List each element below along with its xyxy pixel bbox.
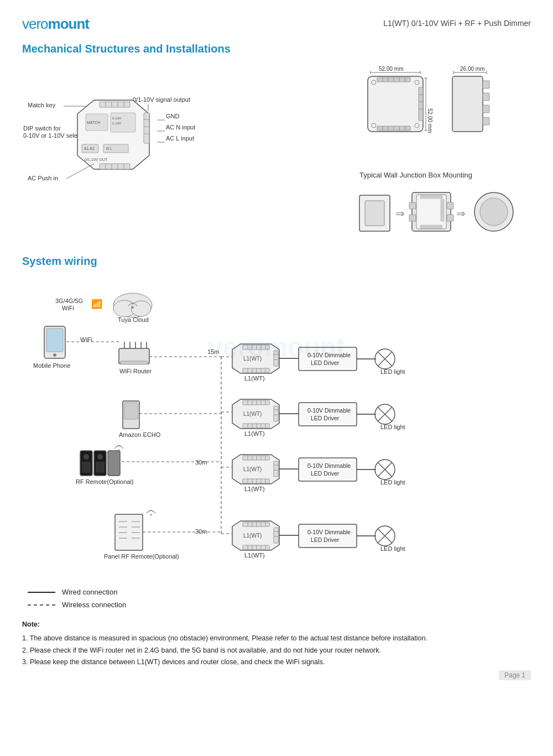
svg-text:Mobile Phone: Mobile Phone xyxy=(33,362,70,369)
svg-text:0/1-10V OUT: 0/1-10V OUT xyxy=(85,158,108,161)
svg-rect-74 xyxy=(483,81,489,88)
svg-rect-73 xyxy=(452,76,483,132)
svg-text:LED Driver: LED Driver xyxy=(311,536,340,543)
svg-text:LED light: LED light xyxy=(380,368,405,375)
svg-rect-76 xyxy=(483,105,489,113)
svg-rect-163 xyxy=(274,351,278,366)
svg-point-92 xyxy=(480,198,508,226)
svg-text:Panel RF Remote(Optional): Panel RF Remote(Optional) xyxy=(104,553,179,560)
svg-text:📶: 📶 xyxy=(91,299,102,309)
note-3: 3. Please keep the distance between L1(W… xyxy=(22,656,531,668)
svg-rect-85 xyxy=(441,199,444,221)
svg-text:L1(WT): L1(WT) xyxy=(243,533,262,539)
wireless-line-icon xyxy=(28,604,55,606)
svg-rect-86 xyxy=(409,202,416,209)
svg-text:L1(WT): L1(WT) xyxy=(244,486,265,492)
wireless-legend: Wireless connection xyxy=(28,601,531,609)
svg-rect-52 xyxy=(368,76,423,132)
dimension-svg: 52.00 mm 26.00 mm 52.00 mm xyxy=(354,64,525,175)
logo-mount: mount xyxy=(48,15,89,32)
svg-point-136 xyxy=(150,514,152,516)
svg-rect-87 xyxy=(447,202,453,209)
header: veromount L1(WT) 0/1-10V WiFi + RF + Pus… xyxy=(22,15,531,33)
svg-text:LED Driver: LED Driver xyxy=(311,470,340,477)
svg-text:30m: 30m xyxy=(195,528,207,535)
svg-rect-116 xyxy=(124,403,138,419)
svg-text:WiFi: WiFi xyxy=(62,305,74,311)
mechanical-section: Match key DIP switch for 0-10V or 1-10V … xyxy=(22,64,531,238)
svg-rect-214 xyxy=(274,528,278,543)
svg-rect-232 xyxy=(299,458,357,481)
svg-point-125 xyxy=(118,450,120,451)
svg-text:AC L input: AC L input xyxy=(166,135,194,142)
mounting-svg: ⇒ ⇒ xyxy=(354,187,525,237)
svg-text:Tuya Cloud: Tuya Cloud xyxy=(118,316,149,323)
svg-point-119 xyxy=(84,454,89,460)
svg-text:0-10V Dimmable: 0-10V Dimmable xyxy=(307,407,351,414)
svg-rect-77 xyxy=(483,117,489,125)
svg-point-105 xyxy=(132,306,134,309)
svg-rect-197 xyxy=(274,461,278,477)
svg-text:GND: GND xyxy=(166,113,180,119)
wiring-section: System wiring veromount Mobile Phone WiF… xyxy=(22,255,531,668)
svg-text:30m: 30m xyxy=(195,459,207,466)
svg-text:0/1-10V signal output: 0/1-10V signal output xyxy=(133,96,190,103)
svg-text:L1(WT): L1(WT) xyxy=(244,552,265,559)
svg-text:0-10V: 0-10V xyxy=(112,117,121,120)
svg-rect-89 xyxy=(447,215,453,221)
svg-text:LED Driver: LED Driver xyxy=(311,415,340,421)
svg-text:L1(WT): L1(WT) xyxy=(243,356,262,362)
svg-text:Amazon ECHO: Amazon ECHO xyxy=(119,431,161,438)
svg-text:A1  A2: A1 A2 xyxy=(84,147,95,150)
svg-rect-235 xyxy=(299,524,357,548)
svg-text:26.00 mm: 26.00 mm xyxy=(460,66,484,72)
note-1: 1. The above distance is measured in spa… xyxy=(22,633,531,644)
dimension-diagram: 52.00 mm 26.00 mm 52.00 mm xyxy=(354,64,531,238)
svg-rect-84 xyxy=(420,225,442,228)
svg-rect-23 xyxy=(100,164,130,169)
wiring-svg: Mobile Phone WiFi 3G/4G/5G WiFi 📶 Tuya C… xyxy=(22,277,520,575)
svg-text:LED light: LED light xyxy=(380,545,405,552)
svg-text:MATCH: MATCH xyxy=(87,121,100,124)
svg-text:L1(WT): L1(WT) xyxy=(243,411,262,417)
svg-rect-113 xyxy=(121,361,148,364)
svg-rect-226 xyxy=(299,347,357,371)
svg-text:15m: 15m xyxy=(207,348,219,355)
svg-text:0-10V Dimmable: 0-10V Dimmable xyxy=(307,352,351,358)
svg-text:52.00 mm: 52.00 mm xyxy=(427,108,433,133)
svg-text:LED light: LED light xyxy=(380,479,405,486)
svg-rect-69 xyxy=(419,87,423,121)
svg-rect-19 xyxy=(144,113,149,143)
svg-text:AC N input: AC N input xyxy=(166,124,195,131)
wired-line-icon xyxy=(28,592,55,593)
svg-text:LED light: LED light xyxy=(380,424,405,430)
device-diagram: Match key DIP switch for 0-10V or 1-10V … xyxy=(22,64,337,238)
wireless-label: Wireless connection xyxy=(62,601,126,609)
svg-rect-79 xyxy=(365,201,384,226)
svg-text:Match key: Match key xyxy=(28,102,56,108)
svg-text:L1(WT): L1(WT) xyxy=(244,430,265,437)
svg-rect-75 xyxy=(483,93,489,101)
device-svg: Match key DIP switch for 0-10V or 1-10V … xyxy=(22,64,210,208)
wired-label: Wired connection xyxy=(62,588,117,596)
svg-text:WiFi Router: WiFi Router xyxy=(119,368,152,374)
svg-text:L1(WT): L1(WT) xyxy=(244,375,265,382)
svg-text:3G/4G/5G: 3G/4G/5G xyxy=(55,298,83,304)
svg-text:⇒: ⇒ xyxy=(395,207,405,220)
svg-rect-229 xyxy=(299,403,357,426)
svg-text:N    L: N L xyxy=(106,147,112,150)
wired-legend: Wired connection xyxy=(28,588,531,596)
legend: Wired connection Wireless connection xyxy=(28,588,531,609)
note-title: Note: xyxy=(22,619,531,630)
svg-text:AC Push in: AC Push in xyxy=(28,175,58,181)
mechanical-section-title: Mechanical Structures and Installations xyxy=(22,43,531,55)
page-number: Page 1 xyxy=(499,670,531,680)
svg-point-95 xyxy=(53,353,56,357)
svg-text:1-10V: 1-10V xyxy=(112,122,121,125)
svg-rect-94 xyxy=(46,329,63,352)
svg-text:0-10V Dimmable: 0-10V Dimmable xyxy=(307,462,351,469)
svg-text:RF Remote(Optional): RF Remote(Optional) xyxy=(76,478,134,485)
note-2: 2. Please check if the WiFi router net i… xyxy=(22,645,531,656)
svg-text:0-10V or 1-10V select: 0-10V or 1-10V select xyxy=(23,132,82,139)
svg-rect-83 xyxy=(420,195,442,199)
